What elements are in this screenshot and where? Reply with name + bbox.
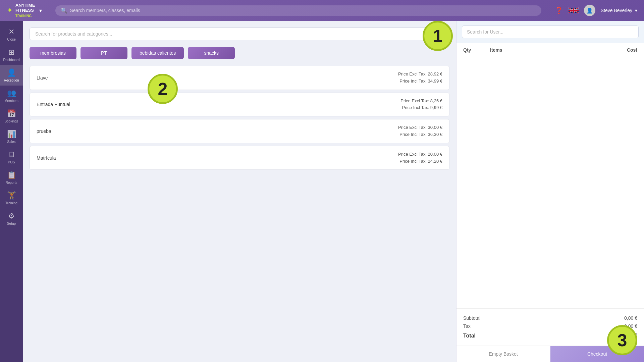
sidebar-item-bookings[interactable]: 📅 Bookings xyxy=(0,106,23,126)
subtotal-row: Subtotal 0,00 € xyxy=(463,314,637,322)
product-price: Price Excl Tax: 20,00 € Price Incl Tax: … xyxy=(398,151,442,165)
tax-label: Tax xyxy=(463,323,471,329)
subtotal-value: 0,00 € xyxy=(624,315,637,321)
sales-icon: 📊 xyxy=(7,130,16,139)
table-row[interactable]: Matrícula Price Excl Tax: 20,00 € Price … xyxy=(30,146,449,170)
close-icon: ✕ xyxy=(8,28,14,36)
product-name: Entrada Puntual xyxy=(37,102,70,107)
price-incl-tax: Price Incl Tax: 9,99 € xyxy=(400,104,442,111)
tax-row: Tax 0,00 € xyxy=(463,322,637,330)
product-search-input[interactable] xyxy=(30,28,449,40)
main-content: membresias PT bebidas calientes snacks L… xyxy=(23,21,644,362)
help-icon[interactable]: ❓ xyxy=(555,6,563,14)
user-dropdown-arrow[interactable]: ▾ xyxy=(635,8,637,13)
sidebar-item-reception[interactable]: 👤 Reception xyxy=(0,65,23,86)
training-label: Training xyxy=(5,201,17,205)
subtotal-label: Subtotal xyxy=(463,315,480,321)
empty-basket-button[interactable]: Empty Basket xyxy=(457,346,550,362)
left-panel: membresias PT bebidas calientes snacks L… xyxy=(23,21,456,362)
members-icon: 👥 xyxy=(7,89,16,98)
sidebar-item-setup[interactable]: ⚙ Setup xyxy=(0,208,23,229)
basket-body xyxy=(457,57,644,308)
members-label: Members xyxy=(4,99,18,103)
product-price: Price Excl Tax: 8,26 € Price Incl Tax: 9… xyxy=(400,98,442,112)
right-panel: Qty Items Cost Subtotal 0,00 € Tax 0,00 … xyxy=(456,21,644,362)
category-buttons: membresias PT bebidas calientes snacks xyxy=(30,47,449,59)
setup-label: Setup xyxy=(7,222,16,225)
user-search-area xyxy=(457,21,644,43)
sidebar: ✕ Close ⊞ Dashboard 👤 Reception 👥 Member… xyxy=(0,21,23,362)
category-btn-membresias[interactable]: membresias xyxy=(30,47,76,59)
tutorial-badge-2: 2 xyxy=(148,74,178,104)
reports-label: Reports xyxy=(5,181,17,185)
category-btn-snacks[interactable]: snacks xyxy=(188,47,235,59)
category-btn-bebidas[interactable]: bebidas calientes xyxy=(131,47,184,59)
logo-icon: ✦ xyxy=(7,6,13,15)
product-price: Price Excl Tax: 28,92 € Price Incl Tax: … xyxy=(398,71,442,85)
logo-dropdown-arrow[interactable]: ▾ xyxy=(39,7,42,14)
product-name: Llave xyxy=(37,75,48,81)
bookings-icon: 📅 xyxy=(7,109,16,118)
global-search-input[interactable] xyxy=(70,8,536,13)
sidebar-item-members[interactable]: 👥 Members xyxy=(0,86,23,106)
tutorial-badge-3: 3 xyxy=(607,325,637,355)
sales-label: Sales xyxy=(7,140,15,144)
language-flag[interactable] xyxy=(569,7,579,14)
logo-text: ANYTIMEFITNESSTRAINING xyxy=(15,3,35,18)
top-navigation: ✦ ANYTIMEFITNESSTRAINING ▾ 🔍 ❓ 👤 Steve B… xyxy=(0,0,644,21)
setup-icon: ⚙ xyxy=(8,212,15,220)
product-name: Matrícula xyxy=(37,155,56,161)
total-label: Total xyxy=(463,333,476,339)
dashboard-icon: ⊞ xyxy=(8,48,14,57)
sidebar-item-reports[interactable]: 📋 Reports xyxy=(0,167,23,188)
tutorial-badge-1: 1 xyxy=(423,21,453,51)
dashboard-label: Dashboard xyxy=(3,58,20,62)
search-icon: 🔍 xyxy=(61,7,67,14)
price-excl-tax: Price Excl Tax: 20,00 € xyxy=(398,151,442,158)
category-btn-pt[interactable]: PT xyxy=(80,47,127,59)
avatar: 👤 xyxy=(584,5,595,16)
product-name: prueba xyxy=(37,128,51,134)
price-excl-tax: Price Excl Tax: 8,26 € xyxy=(400,98,442,105)
sidebar-item-dashboard[interactable]: ⊞ Dashboard xyxy=(0,45,23,65)
user-search-input[interactable] xyxy=(462,25,639,38)
training-icon: 🏋 xyxy=(7,191,16,200)
product-price: Price Excl Tax: 30,00 € Price Incl Tax: … xyxy=(398,124,442,138)
basket-col-cost: Cost xyxy=(604,47,637,53)
table-row[interactable]: Llave Price Excl Tax: 28,92 € Price Incl… xyxy=(30,66,449,90)
sidebar-item-close[interactable]: ✕ Close xyxy=(0,24,23,45)
price-excl-tax: Price Excl Tax: 30,00 € xyxy=(398,124,442,131)
table-row[interactable]: Entrada Puntual Price Excl Tax: 8,26 € P… xyxy=(30,93,449,117)
sidebar-item-pos[interactable]: 🖥 POS xyxy=(0,147,23,167)
reports-icon: 📋 xyxy=(7,171,16,179)
close-label: Close xyxy=(7,38,16,41)
basket-header: Qty Items Cost xyxy=(457,43,644,57)
basket-col-qty: Qty xyxy=(463,47,490,53)
basket-col-items: Items xyxy=(490,47,604,53)
reception-label: Reception xyxy=(4,79,19,82)
nav-right: ❓ 👤 Steve Beverley ▾ xyxy=(555,5,637,16)
pos-label: POS xyxy=(8,160,15,164)
global-search-bar[interactable]: 🔍 xyxy=(55,5,541,16)
price-incl-tax: Price Incl Tax: 36,30 € xyxy=(398,131,442,138)
sidebar-item-sales[interactable]: 📊 Sales xyxy=(0,126,23,147)
bookings-label: Bookings xyxy=(4,119,18,123)
price-excl-tax: Price Excl Tax: 28,92 € xyxy=(398,71,442,78)
price-incl-tax: Price Incl Tax: 24,20 € xyxy=(398,158,442,165)
table-row[interactable]: prueba Price Excl Tax: 30,00 € Price Inc… xyxy=(30,119,449,143)
reception-icon: 👤 xyxy=(7,68,16,77)
price-incl-tax: Price Incl Tax: 34,99 € xyxy=(398,78,442,85)
product-list: Llave Price Excl Tax: 28,92 € Price Incl… xyxy=(30,66,449,170)
sidebar-item-training[interactable]: 🏋 Training xyxy=(0,188,23,208)
user-name[interactable]: Steve Beverley ▾ xyxy=(601,8,637,13)
pos-icon: 🖥 xyxy=(8,150,15,159)
logo-area: ✦ ANYTIMEFITNESSTRAINING ▾ xyxy=(7,3,42,18)
